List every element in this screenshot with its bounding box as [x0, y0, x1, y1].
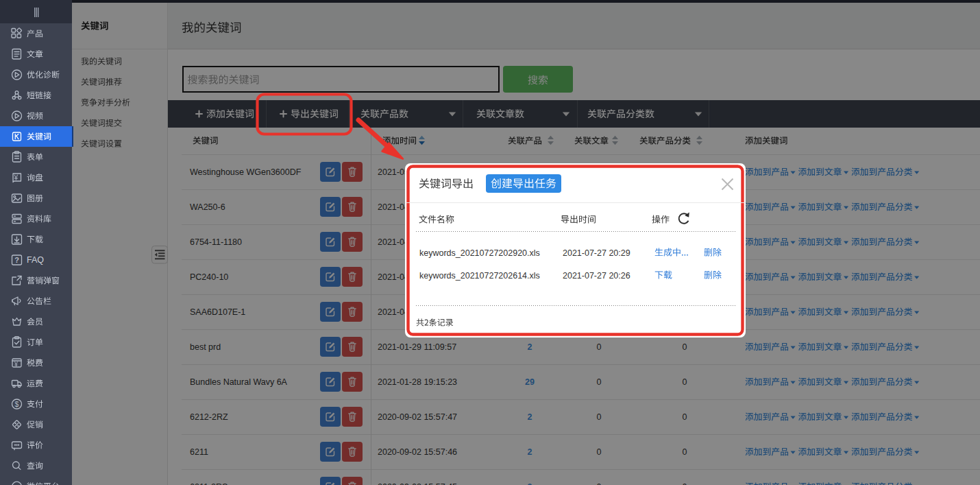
svg-text:2021-07-27 20:29: 2021-07-27 20:29 — [563, 248, 630, 258]
svg-text:2021-07-27 20:26: 2021-07-27 20:26 — [563, 271, 630, 281]
svg-text:keywords_20210727202614.xls: keywords_20210727202614.xls — [419, 271, 540, 281]
svg-text:keywords_20210727202920.xls: keywords_20210727202920.xls — [419, 248, 540, 258]
